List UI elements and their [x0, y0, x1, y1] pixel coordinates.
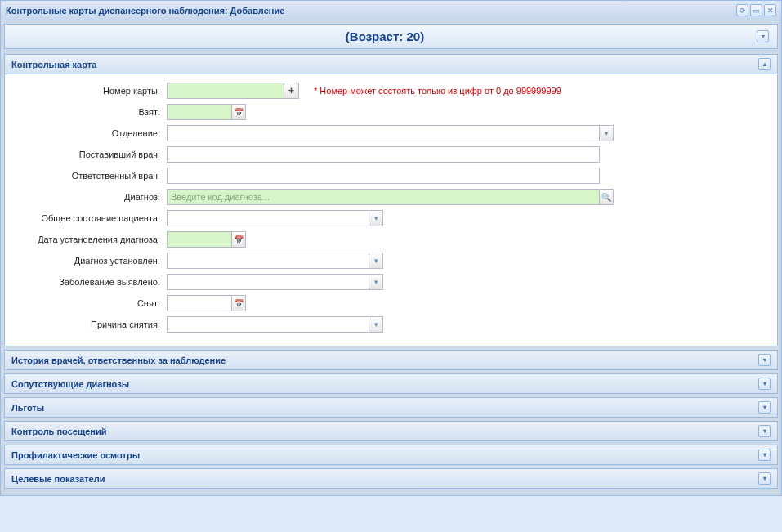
label-diagnosis-set: Диагноз установлен: — [11, 256, 167, 266]
panel-visits: Контроль посещений ▾ — [4, 421, 778, 441]
panel-title: Профилактические осмотры — [11, 450, 758, 460]
plus-icon[interactable]: + — [284, 83, 299, 99]
panel-prophylactic: Профилактические осмотры ▾ — [4, 445, 778, 465]
search-icon[interactable] — [600, 189, 614, 205]
panel-benefits: Льготы ▾ — [4, 397, 778, 418]
label-removed: Снят: — [11, 298, 167, 308]
panel-header-targets[interactable]: Целевые показатели ▾ — [5, 469, 777, 488]
panel-comorbid: Сопутствующие диагнозы ▾ — [4, 373, 778, 394]
row-diagnosis-set: Диагноз установлен: — [11, 253, 771, 269]
panel-header-benefits[interactable]: Льготы ▾ — [5, 398, 777, 417]
panel-doctor-history: История врачей, ответственных за наблюде… — [4, 350, 778, 370]
chevron-down-icon[interactable] — [369, 253, 383, 269]
expand-down-icon[interactable]: ▾ — [758, 378, 771, 390]
chevron-down-icon[interactable] — [369, 274, 383, 290]
assigning-doctor-input[interactable] — [167, 146, 600, 163]
calendar-icon[interactable] — [232, 295, 246, 311]
row-diagnosis: Диагноз: — [11, 189, 771, 205]
chevron-down-icon[interactable] — [369, 316, 383, 333]
card-number-input[interactable] — [167, 83, 284, 99]
panel-header-control-card[interactable]: Контрольная карта ▴ — [5, 55, 777, 74]
refresh-icon[interactable]: ⟳ — [736, 4, 748, 16]
maximize-icon[interactable]: ▭ — [750, 4, 762, 16]
row-disease-detected: Заболевание выявлено: — [11, 274, 771, 290]
expand-down-icon[interactable]: ▾ — [758, 401, 771, 414]
diagnosis-date-input[interactable] — [167, 231, 232, 248]
panel-header-doctor-history[interactable]: История врачей, ответственных за наблюде… — [5, 351, 777, 369]
label-diagnosis: Диагноз: — [11, 192, 167, 202]
taken-date-input[interactable] — [167, 104, 232, 120]
department-combo[interactable] — [167, 125, 600, 141]
panel-title: Целевые показатели — [11, 474, 758, 484]
expand-down-icon[interactable]: ▾ — [758, 449, 771, 461]
expand-down-icon[interactable]: ▾ — [758, 354, 771, 366]
row-diagnosis-date: Дата установления диагноза: — [11, 231, 771, 248]
expand-down-icon[interactable]: ▾ — [758, 472, 771, 485]
panel-targets: Целевые показатели ▾ — [4, 468, 778, 489]
row-patient-condition: Общее состояние пациента: — [11, 210, 771, 226]
label-removal-reason: Причина снятия: — [11, 320, 167, 329]
card-number-hint: * Номер может состоять только из цифр от… — [314, 86, 561, 96]
close-icon[interactable]: ✕ — [764, 4, 776, 16]
label-responsible-doctor: Ответственный врач: — [11, 171, 167, 181]
calendar-icon[interactable] — [232, 231, 246, 248]
expand-down-icon[interactable]: ▾ — [758, 425, 771, 437]
removal-reason-combo[interactable] — [167, 316, 369, 333]
disease-detected-combo[interactable] — [167, 274, 369, 290]
panel-header-prophylactic[interactable]: Профилактические осмотры ▾ — [5, 445, 777, 464]
label-patient-condition: Общее состояние пациента: — [11, 213, 167, 223]
label-department: Отделение: — [11, 128, 167, 138]
responsible-doctor-input[interactable] — [167, 168, 600, 184]
panel-control-card: Контрольная карта ▴ Номер карты: + * Ном… — [4, 54, 778, 346]
window-title: Контрольные карты диспансерного наблюден… — [6, 6, 736, 16]
label-assigning-doctor: Поставивший врач: — [11, 150, 167, 159]
window-tools: ⟳ ▭ ✕ — [736, 4, 776, 16]
row-department: Отделение: — [11, 125, 771, 141]
label-card-number: Номер карты: — [11, 86, 167, 96]
dispensary-window: Контрольные карты диспансерного наблюден… — [0, 0, 782, 496]
patient-age-text: (Возраст: 20) — [13, 29, 757, 43]
patient-expand-icon[interactable]: ▾ — [757, 30, 769, 42]
diagnosis-search-input[interactable] — [167, 189, 600, 205]
removed-date-input[interactable] — [167, 295, 232, 311]
row-responsible-doctor: Ответственный врач: — [11, 168, 771, 184]
row-card-number: Номер карты: + * Номер может состоять то… — [11, 83, 771, 99]
panel-title: Контрольная карта — [11, 60, 758, 69]
label-diagnosis-date: Дата установления диагноза: — [11, 235, 167, 244]
window-body: (Возраст: 20) ▾ Контрольная карта ▴ Номе… — [1, 20, 781, 495]
panel-title: Контроль посещений — [11, 427, 758, 436]
label-taken: Взят: — [11, 107, 167, 117]
patient-bar: (Возраст: 20) ▾ — [4, 24, 778, 49]
chevron-down-icon[interactable] — [600, 125, 614, 141]
panel-header-visits[interactable]: Контроль посещений ▾ — [5, 422, 777, 440]
collapse-up-icon[interactable]: ▴ — [758, 58, 771, 70]
panel-header-comorbid[interactable]: Сопутствующие диагнозы ▾ — [5, 374, 777, 393]
row-removal-reason: Причина снятия: — [11, 316, 771, 333]
row-removed: Снят: — [11, 295, 771, 311]
row-assigning-doctor: Поставивший врач: — [11, 146, 771, 163]
patient-condition-combo[interactable] — [167, 210, 369, 226]
panel-title: Сопутствующие диагнозы — [11, 379, 758, 389]
panel-body-control-card: Номер карты: + * Номер может состоять то… — [5, 74, 777, 346]
panel-title: История врачей, ответственных за наблюде… — [11, 355, 758, 365]
label-disease-detected: Заболевание выявлено: — [11, 277, 167, 287]
row-taken: Взят: — [11, 104, 771, 120]
calendar-icon[interactable] — [232, 104, 246, 120]
chevron-down-icon[interactable] — [369, 210, 383, 226]
diagnosis-set-combo[interactable] — [167, 253, 369, 269]
window-titlebar: Контрольные карты диспансерного наблюден… — [1, 1, 781, 20]
panel-title: Льготы — [11, 403, 758, 413]
